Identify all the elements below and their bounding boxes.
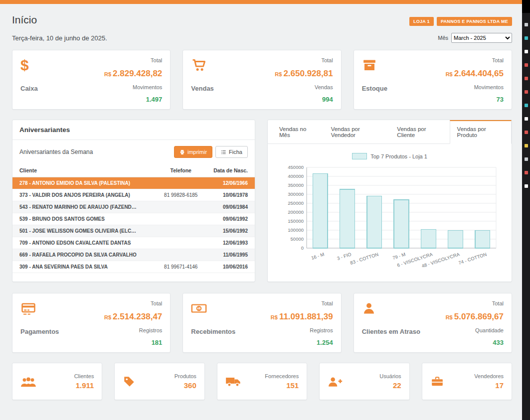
total-value: R$5.076.869,67 (446, 312, 504, 322)
svg-text:16 - M: 16 - M (310, 251, 325, 261)
count-value: 1.254 (271, 339, 333, 346)
usuarios-card: Usuários 22 (319, 363, 409, 400)
count-value: 73 (446, 96, 504, 103)
svg-text:1: 1 (198, 306, 200, 311)
truck-icon (225, 374, 242, 390)
store-badge[interactable]: LOJA 1 (409, 17, 434, 26)
summary-value: 360 (175, 381, 196, 390)
cart-icon (191, 57, 208, 73)
tab-vendas-no-mes[interactable]: Vendas no Mês (272, 120, 324, 144)
total-label: Total (446, 57, 504, 63)
table-row[interactable]: 539 - BRUNO DOS SANTOS GOMES09/06/1992 (12, 213, 255, 225)
total-label: Total (446, 300, 504, 306)
archive-box-icon (362, 57, 379, 73)
svg-text:450000: 450000 (288, 164, 304, 170)
chart-area: Top 7 Produtos - Loja 1 0500001000001500… (268, 144, 512, 273)
month-picker: Mês March - 2025 (438, 33, 512, 43)
svg-text:200000: 200000 (288, 209, 304, 215)
svg-text:100000: 100000 (288, 227, 304, 233)
svg-text:79 - M: 79 - M (391, 251, 406, 261)
column-header-cliente: Cliente (12, 165, 153, 177)
count-value: 433 (446, 339, 504, 346)
stat-card-label: Estoque (362, 85, 387, 92)
current-date: Terça-feira, 10 de junho de 2025. (12, 34, 107, 42)
total-label: Total (104, 57, 162, 63)
stat-card-label: Recebimentos (191, 328, 235, 335)
header-badges: LOJA 1 PANNOS E PANNOS LTDA ME (409, 17, 512, 26)
svg-text:350000: 350000 (288, 182, 304, 188)
table-row[interactable]: 501 - JOSE WELISSON GOMES OLIVEIRA (ELC…… (12, 225, 255, 237)
table-row[interactable]: 373 - VALDIR DOS ANJOS PEREIRA (ANGELA)8… (12, 189, 255, 201)
table-row[interactable]: 543 - RENATO MARINHO DE ARAUJO (FAZEND…0… (12, 201, 255, 213)
sidebar-mark-icon (525, 184, 528, 188)
sales-chart: 0500001000001500002000002500003000003500… (278, 162, 502, 273)
month-select[interactable]: March - 2025 (451, 33, 512, 43)
summary-value: 151 (265, 381, 299, 390)
tag-icon (123, 374, 140, 390)
sidebar-mark-icon (525, 50, 528, 53)
summary-value: 1.911 (74, 381, 94, 390)
collapsed-sidebar[interactable] (522, 0, 530, 420)
sales-tabs: Vendas no Mês Vendas por Vendedor Vendas… (268, 120, 512, 144)
sidebar-mark-icon (525, 117, 528, 121)
total-value: R$2.650.928,81 (275, 69, 333, 79)
company-badge[interactable]: PANNOS E PANNOS LTDA ME (437, 17, 512, 26)
table-row[interactable]: 669 - RAFAELA PROCOPIO DA SILVA CARVALHO… (12, 249, 255, 261)
summary-label: Clientes (74, 373, 94, 379)
table-row[interactable]: 709 - ANTONIO EDSON CAVALCANTE DANTAS12/… (12, 237, 255, 249)
vendedores-card: Vendedores 17 (422, 363, 512, 400)
table-row[interactable]: 309 - ANA SEVERINA PAES DA SILVA81 99671… (12, 261, 255, 273)
print-button[interactable]: imprimir (174, 146, 212, 158)
tab-vendas-por-cliente[interactable]: Vendas por Cliente (389, 120, 449, 144)
ficha-button[interactable]: Ficha (215, 146, 248, 158)
stat-card-label: Vendas (191, 85, 214, 92)
sidebar-mark-icon (525, 131, 528, 134)
sales-panel: Vendas no Mês Vendas por Vendedor Vendas… (267, 120, 512, 282)
sidebar-mark-icon (525, 23, 528, 26)
summary-cards: Clientes 1.911 Produtos 360 Fornecedores… (12, 363, 512, 400)
total-value: R$2.829.428,82 (104, 69, 162, 79)
count-value: 1.497 (104, 96, 162, 103)
sidebar-mark-icon (525, 36, 528, 40)
count-label: Registros (104, 327, 162, 333)
sidebar-mark-icon (525, 104, 528, 107)
legend-swatch (352, 153, 367, 159)
column-header-telefone: Telefone (153, 165, 209, 177)
chart-legend: Top 7 Produtos - Loja 1 (273, 153, 507, 159)
total-value: R$2.514.238,47 (104, 312, 162, 322)
tab-vendas-por-vendedor[interactable]: Vendas por Vendedor (324, 120, 390, 144)
total-label: Total (271, 300, 333, 306)
table-row[interactable]: 278 - ANTONIO EMIDIO DA SILVA (PALESTINA… (12, 177, 255, 189)
legend-label: Top 7 Produtos - Loja 1 (370, 153, 427, 159)
clientes-card: Clientes 1.911 (12, 363, 102, 400)
fornecedores-card: Fornecedores 151 (217, 363, 307, 400)
count-label: Vendas (275, 84, 333, 90)
svg-text:150000: 150000 (288, 218, 304, 224)
bottom-stat-cards: Pagamentos Total R$2.514.238,47 Registro… (12, 293, 512, 353)
clientes-atraso-card: Clientes em Atraso Total R$5.076.869,67 … (353, 293, 512, 353)
tab-vendas-por-produto[interactable]: Vendas por Produto (450, 120, 512, 144)
summary-label: Usuários (379, 373, 401, 379)
count-label: Movimentos (104, 84, 162, 90)
recebimentos-card: 1 Recebimentos Total R$11.091.881,39 Reg… (182, 293, 341, 353)
svg-text:400000: 400000 (288, 173, 304, 179)
sidebar-mark-icon (525, 63, 528, 67)
middle-row: Aniversariantes Aniversariantes da Seman… (12, 120, 512, 282)
svg-text:3 - FIO: 3 - FIO (336, 251, 352, 261)
birthdays-subtitle: Aniversariantes da Semana (19, 148, 93, 155)
sidebar-mark-icon (525, 90, 528, 94)
page-header: Início LOJA 1 PANNOS E PANNOS LTDA ME (12, 14, 512, 26)
svg-text:83 - COTTON: 83 - COTTON (349, 251, 379, 266)
dashboard-page: Início LOJA 1 PANNOS E PANNOS LTDA ME Te… (0, 4, 522, 420)
summary-value: 22 (379, 381, 401, 390)
stat-card-label: Caixa (20, 85, 38, 92)
user-plus-icon (328, 374, 345, 390)
stat-card-label: Clientes em Atraso (362, 328, 420, 335)
svg-text:74 - COTTON: 74 - COTTON (458, 251, 488, 266)
briefcase-icon (430, 374, 447, 390)
sidebar-mark-icon (525, 157, 528, 161)
pagamentos-card: Pagamentos Total R$2.514.238,47 Registro… (12, 293, 171, 353)
summary-label: Vendedores (474, 373, 504, 379)
total-label: Total (275, 57, 333, 63)
people-group-icon (20, 374, 37, 390)
